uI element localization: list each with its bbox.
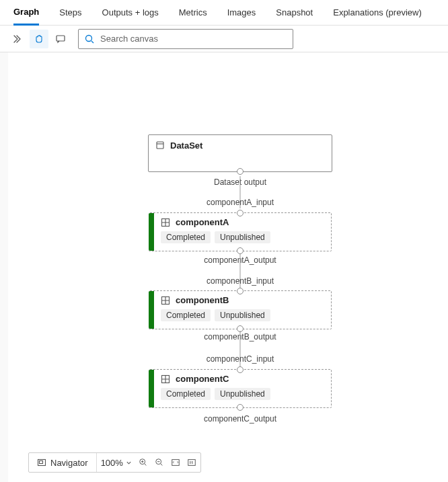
compC-status-completed: Completed [161, 388, 211, 400]
navigator-icon [37, 458, 46, 467]
dataset-label: DataSet [170, 140, 202, 151]
component-icon [161, 296, 170, 305]
canvas-area[interactable]: DataSet Dataset output componentA_input … [0, 52, 448, 482]
tab-explanations[interactable]: Explanations (preview) [333, 1, 422, 24]
compB-input-port[interactable] [237, 288, 244, 294]
compA-status-unpublished: Unpublished [215, 231, 270, 243]
svg-rect-11 [188, 460, 196, 466]
dataset-output-port[interactable] [237, 168, 244, 175]
compB-input-label: componentB_input [173, 276, 307, 286]
zoom-level[interactable]: 100% [101, 458, 132, 468]
compB-title: componentB [176, 295, 229, 305]
compA-output-port[interactable] [237, 247, 244, 254]
canvas-toolbar [0, 26, 448, 52]
expand-panel-button[interactable] [8, 30, 27, 48]
navigator-button[interactable]: Navigator [29, 453, 96, 472]
tab-snapshot[interactable]: Snapshot [276, 1, 313, 24]
node-componentB[interactable]: componentB Completed Unpublished [149, 290, 332, 329]
compC-status-bar [149, 370, 154, 407]
search-canvas[interactable] [78, 29, 293, 49]
tab-steps[interactable]: Steps [59, 1, 81, 24]
compC-input-port[interactable] [237, 366, 244, 373]
compA-input-port[interactable] [237, 210, 244, 216]
actual-size-button[interactable] [187, 458, 196, 467]
compB-status-unpublished: Unpublished [215, 309, 270, 321]
zoom-out-button[interactable] [155, 458, 164, 467]
pan-tool-button[interactable] [30, 30, 48, 48]
compA-status-completed: Completed [161, 231, 211, 243]
search-icon [84, 34, 95, 44]
navigator-label: Navigator [50, 458, 88, 468]
comment-button[interactable] [51, 30, 70, 48]
canvas-footer: Navigator 100% [28, 452, 201, 473]
component-icon [161, 374, 170, 384]
svg-rect-2 [157, 142, 163, 149]
fit-screen-button[interactable] [171, 458, 180, 467]
node-dataset[interactable]: DataSet [148, 134, 332, 172]
svg-point-1 [86, 35, 92, 41]
compA-input-label: componentA_input [173, 198, 307, 207]
dataset-icon [155, 140, 165, 150]
compA-status-bar [149, 213, 154, 251]
tab-metrics[interactable]: Metrics [179, 1, 207, 24]
compC-output-port[interactable] [237, 404, 244, 411]
search-input[interactable] [100, 34, 287, 44]
svg-rect-7 [40, 461, 43, 464]
compB-status-completed: Completed [161, 309, 211, 321]
compC-output-label: componentC_output [173, 414, 307, 424]
tab-images[interactable]: Images [227, 1, 256, 24]
compA-title: componentA [176, 217, 229, 227]
zoom-in-button[interactable] [139, 458, 148, 467]
compB-status-bar [149, 291, 154, 329]
compC-title: componentC [176, 374, 229, 384]
compC-input-label: componentC_input [173, 354, 307, 364]
zoom-value-text: 100% [101, 458, 123, 468]
tab-outputs-logs[interactable]: Outputs + logs [102, 1, 159, 24]
compC-status-unpublished: Unpublished [215, 388, 270, 400]
chevron-down-icon [126, 460, 132, 466]
node-componentC[interactable]: componentC Completed Unpublished [149, 369, 332, 408]
node-componentA[interactable]: componentA Completed Unpublished [149, 212, 332, 251]
svg-rect-0 [57, 36, 65, 41]
tab-graph[interactable]: Graph [13, 0, 39, 26]
component-icon [161, 218, 170, 227]
tab-bar: Graph Steps Outputs + logs Metrics Image… [0, 0, 448, 26]
